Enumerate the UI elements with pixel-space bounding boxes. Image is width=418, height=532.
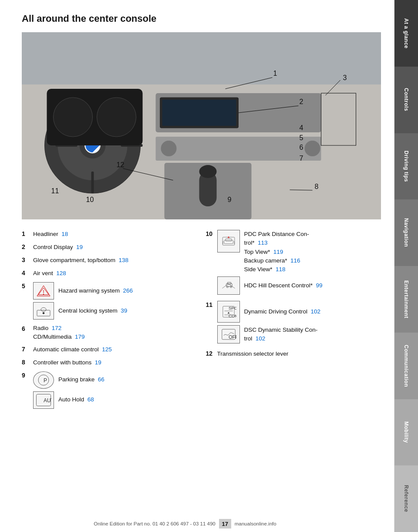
svg-point-14 bbox=[97, 98, 136, 137]
item-12: 12 Transmission selector lever bbox=[206, 350, 381, 359]
svg-point-21 bbox=[305, 141, 320, 156]
svg-rect-58 bbox=[226, 239, 232, 241]
sidebar-label-navigation: Navigation bbox=[403, 218, 409, 247]
svg-text:P: P bbox=[44, 377, 47, 383]
item-9b-link[interactable]: 68 bbox=[88, 396, 94, 403]
footer: Online Edition for Part no. 01 40 2 606 … bbox=[0, 515, 370, 532]
svg-point-61 bbox=[228, 238, 229, 238]
item-10b-content: HDC Hill Descent Control* 99 bbox=[244, 281, 323, 290]
sidebar-tab-reference[interactable]: Reference bbox=[394, 465, 418, 532]
svg-text:6: 6 bbox=[300, 144, 303, 151]
item-1-content: Headliner 18 bbox=[33, 230, 68, 239]
item-11b-link[interactable]: 102 bbox=[256, 335, 266, 342]
svg-rect-1 bbox=[22, 32, 381, 84]
svg-text:SPORT: SPORT bbox=[229, 306, 236, 310]
svg-text:COMFORT: COMFORT bbox=[229, 313, 236, 318]
item-10-sideview: Side View* 118 bbox=[244, 266, 286, 273]
sidebar-label-driving-tips: Driving tips bbox=[403, 151, 409, 182]
item-6-sub-content: CD/Multimedia 179 bbox=[33, 333, 85, 340]
item-3-number: 3 bbox=[22, 256, 30, 263]
item-8-link[interactable]: 19 bbox=[95, 359, 101, 366]
site-link[interactable]: manualsonline.info bbox=[235, 521, 276, 526]
item-4-number: 4 bbox=[22, 269, 30, 276]
item-10-sideview-link[interactable]: 118 bbox=[276, 266, 286, 273]
item-1-link[interactable]: 18 bbox=[61, 231, 68, 237]
sidebar-tab-driving-tips[interactable]: Driving tips bbox=[394, 133, 418, 200]
sidebar-tab-navigation[interactable]: Navigation bbox=[394, 199, 418, 266]
item-3-content: Glove compartment, top/bottom 138 bbox=[33, 256, 128, 265]
item-11: 11 SPORT COMFORT bbox=[206, 301, 381, 346]
hazard-icon-box bbox=[33, 282, 54, 300]
auto-hold-icon: AUTO H bbox=[36, 394, 51, 407]
item-4-link[interactable]: 128 bbox=[56, 270, 66, 276]
item-2-link[interactable]: 19 bbox=[76, 244, 83, 250]
item-10a-link[interactable]: 113 bbox=[258, 239, 268, 246]
sidebar-label-communication: Communication bbox=[403, 345, 409, 387]
sidebar-tab-entertainment[interactable]: Entertainment bbox=[394, 266, 418, 333]
item-6-content: Radio 172 bbox=[33, 324, 61, 333]
item-2-number: 2 bbox=[22, 243, 30, 250]
sidebar-tab-at-glance[interactable]: At a glance bbox=[394, 0, 418, 67]
svg-rect-19 bbox=[156, 137, 321, 161]
left-column: 1 Headliner 18 2 Control Display 19 3 Gl… bbox=[22, 230, 197, 413]
item-5b-link[interactable]: 39 bbox=[121, 307, 127, 314]
item-5: 5 Hazard warning s bbox=[22, 282, 197, 322]
item-7-content: Automatic climate control 125 bbox=[33, 345, 112, 354]
footer-text: Online Edition for Part no. 01 40 2 606 … bbox=[94, 521, 215, 526]
item-7-number: 7 bbox=[22, 345, 30, 353]
right-column: 10 bbox=[206, 230, 381, 413]
item-10-backup-link[interactable]: 116 bbox=[290, 257, 300, 264]
item-8-content: Controller with buttons 19 bbox=[33, 358, 101, 367]
hdc-icon-box bbox=[217, 276, 240, 295]
svg-rect-9 bbox=[91, 172, 94, 193]
item-6-link[interactable]: 172 bbox=[52, 325, 62, 331]
item-4-content: Air vent 128 bbox=[33, 269, 66, 278]
item-10-number: 10 bbox=[206, 230, 215, 237]
item-10b-link[interactable]: 99 bbox=[316, 282, 323, 289]
item-10-topview-link[interactable]: 119 bbox=[273, 249, 283, 255]
dsc-off-icon: OFF bbox=[221, 328, 236, 341]
svg-text:AUTO H: AUTO H bbox=[44, 397, 51, 403]
item-8: 8 Controller with buttons 19 bbox=[22, 358, 197, 368]
svg-text:2: 2 bbox=[300, 98, 303, 105]
item-6-sub-link[interactable]: 179 bbox=[75, 333, 85, 340]
sidebar-label-at-glance: At a glance bbox=[403, 18, 409, 49]
item-5a-link[interactable]: 266 bbox=[123, 287, 133, 294]
sport-comfort-icon: SPORT COMFORT bbox=[221, 305, 236, 318]
item-1-number: 1 bbox=[22, 230, 30, 237]
item-9a-content: Parking brake 66 bbox=[58, 375, 104, 384]
item-11a-content: Dynamic Driving Control 102 bbox=[244, 307, 321, 316]
item-7-link[interactable]: 125 bbox=[102, 346, 112, 353]
item-5-number: 5 bbox=[22, 282, 30, 290]
item-4: 4 Air vent 128 bbox=[22, 269, 197, 279]
sidebar-tab-controls[interactable]: Controls bbox=[394, 67, 418, 133]
page-title: All around the center console bbox=[22, 13, 381, 24]
item-11b-content: DSC Dynamic Stability Con-trol 102 bbox=[244, 326, 318, 343]
svg-point-48 bbox=[43, 294, 44, 295]
svg-point-51 bbox=[43, 312, 45, 314]
svg-text:OFF: OFF bbox=[229, 335, 236, 340]
hazard-warning-icon bbox=[36, 284, 51, 297]
item-6-number: 6 bbox=[22, 325, 30, 332]
svg-rect-18 bbox=[162, 100, 236, 126]
central-lock-icon-box bbox=[33, 302, 54, 320]
parking-brake-icon-box: P bbox=[33, 371, 54, 389]
svg-rect-57 bbox=[224, 240, 233, 244]
item-3-link[interactable]: 138 bbox=[119, 257, 129, 263]
pdc-icon-box bbox=[217, 230, 240, 253]
item-11a-link[interactable]: 102 bbox=[311, 308, 321, 315]
sidebar-tab-mobility[interactable]: Mobility bbox=[394, 399, 418, 466]
item-3: 3 Glove compartment, top/bottom 138 bbox=[22, 256, 197, 266]
sidebar-label-reference: Reference bbox=[403, 485, 409, 512]
dsc-off-icon-box: OFF bbox=[217, 325, 240, 343]
parking-brake-icon: P bbox=[36, 374, 51, 387]
svg-text:12: 12 bbox=[117, 161, 125, 168]
svg-point-13 bbox=[54, 98, 93, 137]
item-9a-link[interactable]: 66 bbox=[98, 376, 104, 383]
sidebar-tab-communication[interactable]: Communication bbox=[394, 333, 418, 399]
sidebar-label-mobility: Mobility bbox=[403, 421, 409, 443]
hdc-icon bbox=[221, 279, 236, 292]
svg-text:7: 7 bbox=[300, 155, 303, 162]
sport-comfort-icon-box: SPORT COMFORT bbox=[217, 301, 240, 323]
svg-text:4: 4 bbox=[300, 124, 303, 131]
